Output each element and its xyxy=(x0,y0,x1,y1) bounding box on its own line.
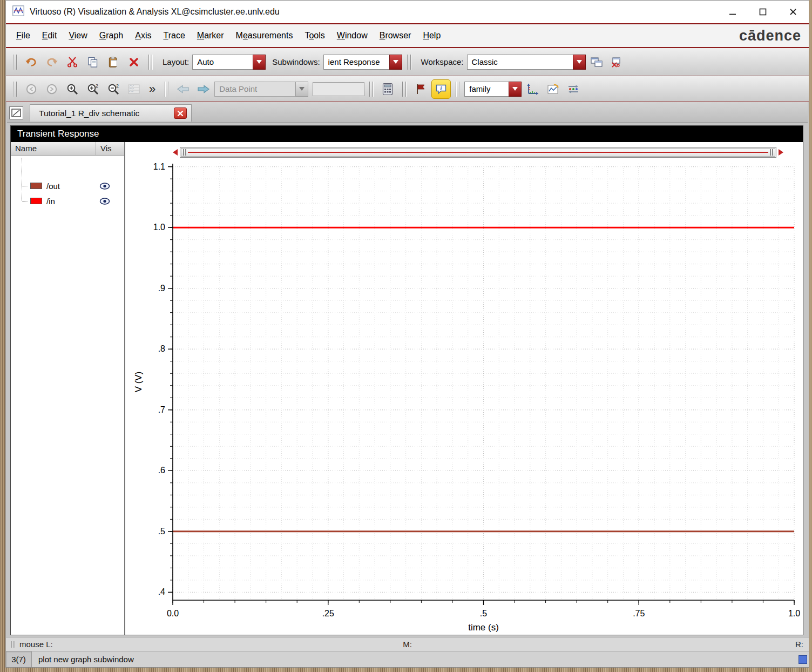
paste-button[interactable] xyxy=(104,52,123,72)
svg-text:V (V): V (V) xyxy=(133,372,144,393)
signal-visibility[interactable] xyxy=(96,183,124,190)
menu-file[interactable]: File xyxy=(10,28,36,43)
signal-color-swatch[interactable] xyxy=(30,183,42,189)
menu-edit[interactable]: Edit xyxy=(36,28,63,43)
minimize-button[interactable] xyxy=(720,3,745,21)
toolbar-main: Layout: Auto Subwindows: ient Response W… xyxy=(6,48,809,76)
svg-text:1.0: 1.0 xyxy=(153,223,165,232)
menu-axis[interactable]: Axis xyxy=(129,28,157,43)
scrollbar-track[interactable] xyxy=(180,147,776,158)
zoom-in-2x-button[interactable]: 2 xyxy=(83,79,103,99)
layout-dropdown[interactable]: Auto xyxy=(192,55,266,70)
zoom-next-button[interactable] xyxy=(42,79,62,99)
menu-measurements[interactable]: Measurements xyxy=(230,28,299,43)
toolbar-grip[interactable] xyxy=(407,55,411,70)
signal-row-out[interactable]: /out xyxy=(11,178,124,193)
subwindows-dropdown[interactable]: ient Response xyxy=(323,55,402,70)
zoom-previous-button[interactable] xyxy=(22,79,41,99)
x-zoom-scrollbar[interactable] xyxy=(173,146,783,158)
scrollbar-left-arrow-icon[interactable] xyxy=(173,149,178,156)
toolbar-grip[interactable] xyxy=(165,82,168,97)
workspace-value: Classic xyxy=(467,55,573,70)
statusbar-grip[interactable] xyxy=(11,641,16,648)
window-titlebar[interactable]: Virtuoso (R) Visualization & Analysis XL… xyxy=(6,1,809,24)
maximize-button[interactable] xyxy=(750,3,775,21)
menu-help[interactable]: Help xyxy=(417,28,446,43)
menu-items: FileEditViewGraphAxisTraceMarkerMeasurem… xyxy=(10,28,446,43)
svg-text:2: 2 xyxy=(116,83,119,88)
save-workspace-button[interactable] xyxy=(587,52,606,72)
message-scrollbar-thumb[interactable] xyxy=(799,655,807,664)
scrollbar-thumb[interactable] xyxy=(181,148,775,157)
svg-text:1.0: 1.0 xyxy=(788,609,800,618)
status-mouse-right: R: xyxy=(795,640,803,649)
eye-icon[interactable] xyxy=(99,183,110,190)
toolbar-overflow-button[interactable]: » xyxy=(149,83,155,95)
signal-color-swatch[interactable] xyxy=(30,198,42,204)
vis-column-header[interactable]: Vis xyxy=(96,142,124,155)
eye-icon[interactable] xyxy=(99,198,110,205)
graph-title: Transient Response xyxy=(11,126,803,142)
svg-text:1.1: 1.1 xyxy=(153,162,165,171)
menu-window[interactable]: Window xyxy=(331,28,374,43)
subwindows-value: ient Response xyxy=(323,55,389,70)
delete-workspace-button[interactable] xyxy=(607,52,627,72)
plot-region: 0.0.25.5.751.0.4.5.6.7.8.91.01.1time (s)… xyxy=(125,142,803,635)
zoom-out-2x-button[interactable]: 2 xyxy=(104,79,123,99)
forward-button[interactable] xyxy=(194,79,213,99)
delete-button[interactable] xyxy=(124,52,144,72)
toolbar-grip[interactable] xyxy=(13,82,17,97)
toolbar-grip[interactable] xyxy=(402,82,406,97)
chevron-down-icon[interactable] xyxy=(573,55,586,70)
calculator-button[interactable] xyxy=(378,79,397,99)
menu-browser[interactable]: Browser xyxy=(374,28,417,43)
app-icon xyxy=(12,5,24,18)
copy-button[interactable] xyxy=(83,52,103,72)
scrollbar-right-grip[interactable] xyxy=(770,149,773,156)
workspace-dropdown[interactable]: Classic xyxy=(467,55,586,70)
menu-graph[interactable]: Graph xyxy=(93,28,129,43)
signal-panel: Name Vis /out/in xyxy=(11,142,125,635)
toolbar-grip[interactable] xyxy=(369,82,373,97)
chevron-down-icon[interactable] xyxy=(509,82,522,97)
message-counter: 3(7) xyxy=(6,651,32,667)
datapoint-dropdown[interactable]: Data Point xyxy=(214,82,308,97)
flag-button[interactable] xyxy=(411,79,430,99)
redo-button[interactable] xyxy=(42,52,62,72)
scrollbar-right-arrow-icon[interactable] xyxy=(779,149,783,156)
subwindow-icon[interactable] xyxy=(9,106,23,119)
scrollbar-left-grip[interactable] xyxy=(183,149,186,156)
svg-text:.75: .75 xyxy=(633,609,645,618)
menu-trace[interactable]: Trace xyxy=(158,28,191,43)
signal-visibility[interactable] xyxy=(96,198,124,205)
signal-label[interactable]: /out xyxy=(46,182,96,191)
chevron-down-icon[interactable] xyxy=(389,55,402,70)
cut-button[interactable] xyxy=(63,52,82,72)
close-button[interactable] xyxy=(781,3,806,21)
replot-button[interactable] xyxy=(543,79,563,99)
plot-canvas[interactable]: 0.0.25.5.751.0.4.5.6.7.8.91.01.1time (s)… xyxy=(125,158,803,635)
name-column-header[interactable]: Name xyxy=(11,142,96,155)
menu-view[interactable]: View xyxy=(63,28,93,43)
info-balloon-button[interactable]: i xyxy=(431,79,451,99)
zoom-in-button[interactable] xyxy=(63,79,82,99)
undo-button[interactable] xyxy=(22,52,41,72)
chevron-down-icon[interactable] xyxy=(295,82,308,97)
axes-setup-button[interactable] xyxy=(523,79,542,99)
toolbar-grip[interactable] xyxy=(13,55,17,70)
toolbar-grip[interactable] xyxy=(148,55,152,70)
tab-close-button[interactable] xyxy=(174,107,187,119)
signal-label[interactable]: /in xyxy=(46,197,96,206)
signal-row-in[interactable]: /in xyxy=(11,193,124,209)
toolbar-grip[interactable] xyxy=(456,82,459,97)
back-button[interactable] xyxy=(173,79,193,99)
tab-tutorial1-rdiv-schematic[interactable]: Tutorial_1 R_div schematic xyxy=(30,104,192,122)
menu-marker[interactable]: Marker xyxy=(191,28,230,43)
swap-sweep-button[interactable] xyxy=(564,79,583,99)
strip-chart-button[interactable] xyxy=(124,79,144,99)
family-dropdown[interactable]: family xyxy=(464,82,522,97)
marker-value-input[interactable] xyxy=(313,82,364,96)
menu-tools[interactable]: Tools xyxy=(299,28,330,43)
chevron-down-icon[interactable] xyxy=(253,55,266,70)
family-value: family xyxy=(464,82,509,97)
